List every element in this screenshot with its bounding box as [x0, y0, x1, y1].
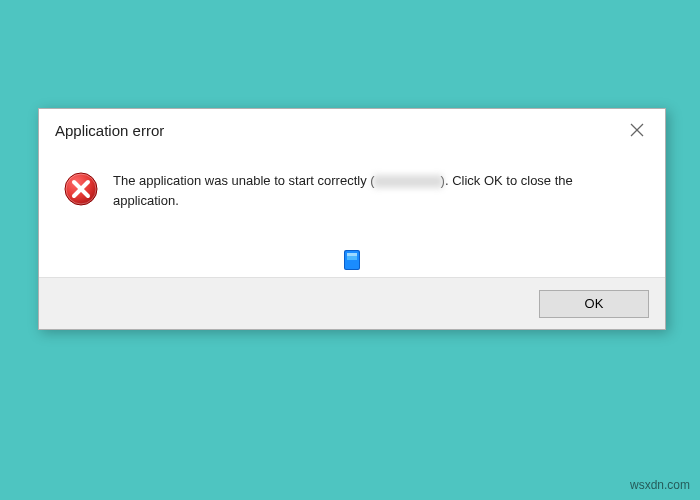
titlebar: Application error [39, 109, 665, 151]
error-code-redacted [373, 175, 443, 188]
error-icon [63, 171, 99, 211]
error-dialog: Application error [38, 108, 666, 330]
dialog-title: Application error [55, 122, 164, 139]
dialog-content: The application was unable to start corr… [39, 151, 665, 221]
logo-icon [339, 247, 365, 273]
close-icon [630, 123, 644, 137]
close-button[interactable] [617, 114, 657, 146]
svg-rect-9 [347, 253, 357, 256]
ok-button[interactable]: OK [539, 290, 649, 318]
button-bar: OK [39, 277, 665, 329]
error-message: The application was unable to start corr… [113, 169, 641, 210]
message-prefix: The application was unable to start corr… [113, 173, 375, 188]
watermark-text: wsxdn.com [630, 478, 690, 492]
